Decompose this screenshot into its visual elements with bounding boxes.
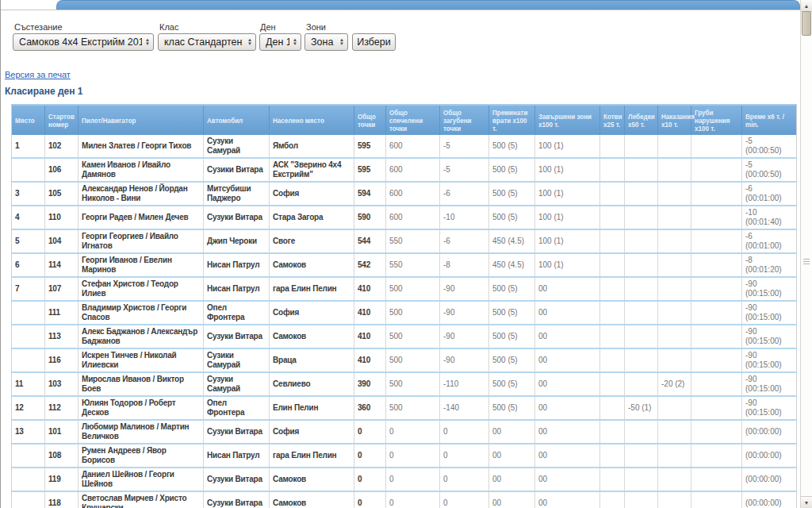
cell-violations — [691, 325, 742, 348]
cell-won: 0 — [386, 491, 440, 508]
cell-won: 0 — [386, 468, 440, 491]
cell-car: Сузики Самурай — [204, 348, 270, 372]
cell-gates: 00 — [489, 491, 535, 508]
cell-num: 111 — [45, 301, 79, 325]
cell-winches — [625, 491, 658, 508]
col-header-anchors: Котви x25 т. — [600, 105, 625, 135]
cell-total: 360 — [354, 396, 386, 420]
col-header-zones: Завършени зони x100 т. — [535, 105, 600, 135]
cell-penalties — [658, 468, 691, 491]
cell-lost: -140 — [440, 396, 489, 420]
table-row: 6114Георги Иванов / Евелин МариновНисан … — [12, 253, 797, 277]
cell-penalties — [658, 206, 691, 229]
cell-gates: 00 — [489, 420, 535, 444]
cell-place: 5 — [12, 229, 45, 253]
cell-total: 390 — [354, 372, 386, 396]
print-version-link[interactable]: Версия за печат — [5, 70, 71, 79]
cell-lost: 0 — [440, 444, 489, 468]
cell-won: 0 — [386, 420, 440, 444]
cell-zones: 100 (1) — [535, 158, 600, 182]
day-select[interactable]: Ден 1 ▲▼ — [259, 33, 301, 51]
cell-winches — [625, 348, 658, 372]
cell-penalties — [658, 158, 691, 182]
cell-city: Самоков — [270, 468, 354, 491]
cell-gates: 00 — [489, 444, 535, 468]
cell-time: -6(00:01:00) — [742, 229, 797, 253]
cell-pilot: Георги Иванов / Евелин Маринов — [79, 253, 204, 277]
col-header-total: Общо точки — [354, 105, 386, 135]
cell-time: -90(00:15:00) — [742, 396, 797, 420]
col-header-penalties: Наказания x10 т. — [658, 105, 691, 135]
select-button[interactable]: Избери — [352, 33, 396, 51]
cell-total: 410 — [354, 348, 386, 372]
col-header-city: Населено място — [270, 105, 354, 135]
cell-city: Самоков — [270, 253, 354, 277]
cell-won: 500 — [386, 372, 440, 396]
cell-pilot: Стефан Христов / Теодор Илиев — [79, 277, 204, 301]
cell-total: 410 — [354, 277, 386, 301]
cell-place: 6 — [12, 253, 45, 277]
cell-lost: -90 — [440, 348, 489, 372]
cell-anchors — [600, 348, 625, 372]
cell-pilot: Даниел Шейнов / Георги Шейнов — [79, 468, 204, 491]
cell-won: 600 — [386, 135, 440, 158]
cell-lost: -6 — [440, 182, 489, 206]
cell-time: -90(00:15:00) — [742, 348, 797, 372]
competition-select[interactable]: Самоков 4х4 Екстрийм 2015 ▲▼ — [13, 33, 154, 51]
cell-lost: 0 — [440, 468, 489, 491]
cell-violations — [691, 396, 742, 420]
col-header-num: Стартов номер — [45, 105, 79, 135]
class-select[interactable]: клас Стандартен ▲▼ — [158, 33, 256, 51]
cell-gates: 500 (5) — [489, 396, 535, 420]
col-header-place: Място — [12, 105, 45, 135]
cell-pilot: Алекс Баджанов / Александър Баджанов — [79, 325, 204, 348]
competition-select-value: Самоков 4х4 Екстрийм 2015 — [19, 37, 142, 48]
scrollbar-up-icon[interactable]: ▲ — [801, 0, 812, 12]
cell-car: Митсубиши Паджеро — [204, 182, 270, 206]
cell-lost: -5 — [440, 135, 489, 158]
cell-car: Сузуки Витара — [204, 468, 270, 491]
cell-zones: 100 (1) — [535, 182, 600, 206]
zones-label: Зони — [306, 22, 326, 32]
cell-zones: 100 (1) — [535, 135, 600, 158]
cell-violations — [691, 420, 742, 444]
cell-time: -90(00:15:00) — [742, 325, 797, 348]
cell-gates: 500 (5) — [489, 135, 535, 158]
cell-zones: 00 — [535, 301, 600, 325]
cell-total: 595 — [354, 135, 386, 158]
scrollbar-thumb[interactable] — [802, 11, 811, 36]
table-row: 111Владимир Христов / Георги СпасовОпел … — [12, 301, 797, 325]
table-row: 4110Георги Радев / Милен ДечевСузуки Вит… — [12, 206, 797, 229]
cell-car: Опел Фронтера — [204, 301, 270, 325]
vertical-scrollbar[interactable]: ▲ ▼ — [800, 0, 812, 508]
cell-place: 12 — [12, 396, 45, 420]
top-divider — [1, 10, 801, 10]
class-label: Клас — [159, 22, 178, 32]
cell-num: 112 — [45, 396, 79, 420]
cell-city: София — [270, 182, 354, 206]
table-row: 108Румен Андреев / Явор БорисовНисан Пат… — [12, 444, 797, 468]
table-row: 12112Юлиян Тодоров / Роберт ДесковОпел Ф… — [12, 396, 797, 420]
cell-zones: 00 — [535, 420, 600, 444]
cell-total: 0 — [354, 468, 386, 491]
zone-select[interactable]: Зона 7 ▲▼ — [304, 33, 348, 51]
cell-lost: -90 — [440, 301, 489, 325]
cell-anchors — [600, 301, 625, 325]
cell-won: 500 — [386, 396, 440, 420]
cell-won: 500 — [386, 301, 440, 325]
table-row: 3105Александар Ненов / Йордан Николов - … — [12, 182, 797, 206]
class-select-value: клас Стандартен — [164, 37, 244, 48]
scrollbar-down-icon[interactable]: ▼ — [801, 496, 812, 508]
cell-violations — [691, 229, 742, 253]
cell-num: 104 — [45, 229, 79, 253]
cell-pilot: Румен Андреев / Явор Борисов — [79, 444, 204, 468]
cell-place: 3 — [12, 182, 45, 206]
cell-lost: -5 — [440, 158, 489, 182]
cell-car: Сузуки Самурай — [204, 135, 270, 158]
cell-gates: 500 (5) — [489, 277, 535, 301]
cell-gates: 500 (5) — [489, 206, 535, 229]
cell-won: 500 — [386, 277, 440, 301]
cell-winches — [625, 468, 658, 491]
cell-city: Елин Пелин — [270, 396, 354, 420]
cell-winches — [625, 229, 658, 253]
